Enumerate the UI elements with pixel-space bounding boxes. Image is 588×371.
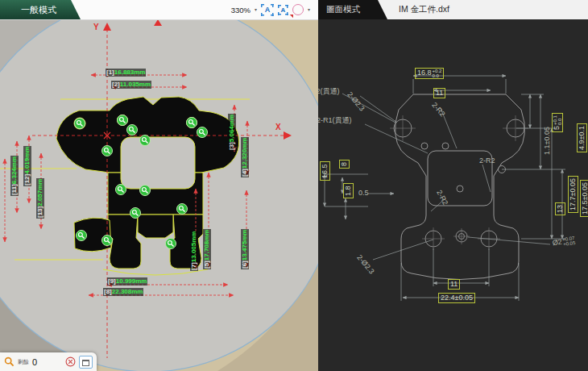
- left-toolbar: 一般模式 330% ▾ A A ▾: [0, 0, 318, 20]
- autofocus-region-icon[interactable]: A: [278, 5, 288, 15]
- measurement-label-5[interactable]: [5]17.708mm: [203, 229, 211, 269]
- ann-dim-165[interactable]: 16.5: [320, 161, 330, 181]
- measurement-label-3[interactable]: [3]5.064mm: [228, 114, 236, 151]
- camera-annotations-layer: [0, 19, 318, 371]
- ann-dim-49[interactable]: 4.9±0.1: [577, 123, 587, 152]
- zoom-level-value[interactable]: 330%: [231, 6, 251, 15]
- autofocus-icon[interactable]: A: [261, 4, 274, 16]
- remaining-count: 0: [32, 357, 37, 367]
- ann-dim-168[interactable]: 16.8+0.20.0: [415, 68, 444, 79]
- window-restore-button[interactable]: [79, 356, 93, 369]
- status-bar: 剩餘 0: [0, 352, 97, 371]
- x-axis-label: X: [275, 123, 281, 131]
- measurement-label-11[interactable]: [11]6.324mm: [10, 156, 19, 196]
- left-toolbar-tools: 330% ▾ A A ▾: [231, 4, 318, 16]
- measurement-label-2[interactable]: [2]11.035mm: [111, 81, 151, 89]
- camera-viewport[interactable]: Y X [1]16.883mm [2]11.035mm [3]5.064mm […: [0, 19, 318, 371]
- ann-dim-13[interactable]: 13: [555, 202, 565, 215]
- tab-general-mode-label: 一般模式: [21, 4, 56, 16]
- measurement-label-6[interactable]: [6]13.475mm: [241, 229, 249, 269]
- ann-dim-224[interactable]: 22.4±0.05: [438, 293, 475, 303]
- measurement-label-4[interactable]: [4]12.320mm: [241, 137, 249, 177]
- measurement-label-13[interactable]: [13]2.057mm: [36, 178, 44, 219]
- tab-general-mode[interactable]: 一般模式: [0, 0, 81, 19]
- ann-dim-18[interactable]: 1.8: [343, 183, 354, 198]
- ann-dim-11-bottom[interactable]: 11: [448, 279, 460, 290]
- ann-gap-05[interactable]: 0.5: [358, 189, 369, 198]
- right-tabbar: 圖面模式 IM 金工件.dxf: [318, 0, 588, 19]
- circle-measure-tool-icon[interactable]: [292, 4, 304, 15]
- ann-dim-8[interactable]: 8: [339, 160, 350, 169]
- camera-view-panel: 一般模式 330% ▾ A A ▾: [0, 0, 318, 371]
- dxf-drawing-panel: 圖面模式 IM 金工件.dxf: [318, 0, 588, 371]
- remaining-label: 剩餘: [18, 358, 29, 366]
- tab-dxf-file[interactable]: IM 金工件.dxf: [399, 4, 449, 15]
- vision-measuring-app: 一般模式 330% ▾ A A ▾: [0, 0, 588, 371]
- ann-dim-177[interactable]: 17.7±0.05: [568, 176, 578, 213]
- zoom-dropdown-caret[interactable]: ▾: [255, 7, 257, 12]
- ann-r2-b[interactable]: 2-R2: [479, 156, 495, 165]
- tab-drawing-mode[interactable]: 圖面模式: [318, 0, 387, 19]
- part-center-cutout: [121, 137, 195, 189]
- measurement-label-1[interactable]: [1]16.883mm: [106, 69, 146, 77]
- ann-dim-11-top[interactable]: 11: [433, 88, 445, 98]
- y-axis-label: Y: [93, 23, 99, 31]
- ann-thread[interactable]: 3-M2(貫通): [318, 87, 340, 96]
- measurement-label-8[interactable]: [8]22.308mm: [103, 288, 143, 296]
- magnifier-icon[interactable]: [4, 356, 14, 367]
- measurement-label-7[interactable]: [7]13.005mm: [190, 231, 198, 271]
- measurement-label-9[interactable]: [9]10.999mm: [107, 277, 147, 286]
- ann-dim-175[interactable]: 17.5±0.05: [580, 180, 588, 217]
- tab-drawing-mode-label: 圖面模式: [326, 4, 360, 15]
- ann-dim-5[interactable]: 5+0.10.0: [552, 113, 563, 132]
- ann-dim-11-tol[interactable]: 1.1±0.05: [543, 127, 552, 155]
- dxf-viewport[interactable]: 3-M2(貫通) 2-Ø2.3 2-R1(貫通) 16.8+0.20.0 11 …: [318, 19, 588, 371]
- cancel-icon[interactable]: [65, 356, 76, 367]
- ann-radius1[interactable]: 2-R1(貫通): [318, 116, 352, 125]
- measurement-label-12[interactable]: [12]4.019mm: [23, 146, 31, 186]
- tool-dropdown-caret[interactable]: ▾: [308, 7, 310, 12]
